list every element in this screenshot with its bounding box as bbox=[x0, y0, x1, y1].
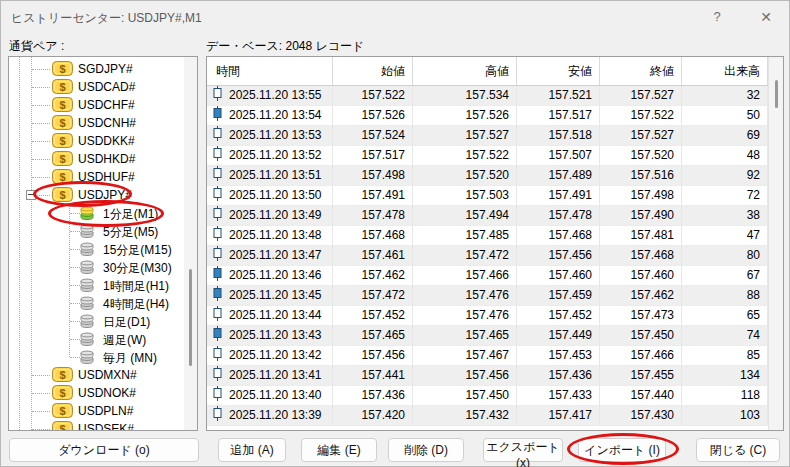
tree-item-usddkk[interactable]: $USDDKK# bbox=[9, 132, 185, 150]
column-header-open: 始値 bbox=[333, 57, 413, 85]
cell-close: 157.527 bbox=[600, 86, 682, 106]
table-row[interactable]: 2025.11.20 13:54157.526157.526157.517157… bbox=[207, 106, 768, 126]
candle-up-icon bbox=[213, 346, 222, 366]
tree-connector-line bbox=[32, 375, 50, 376]
database-icon bbox=[79, 278, 95, 295]
cell-time: 2025.11.20 13:44 bbox=[229, 306, 322, 325]
cell-close: 157.460 bbox=[600, 266, 682, 286]
svg-text:$: $ bbox=[59, 405, 65, 417]
table-scrollbar[interactable] bbox=[768, 57, 783, 430]
cell-close: 157.490 bbox=[600, 206, 682, 226]
tree-item-usdnok[interactable]: $USDNOK# bbox=[9, 384, 185, 402]
import-button[interactable]: インポート (I) bbox=[578, 438, 666, 462]
tree-item-usdhuf[interactable]: $USDHUF# bbox=[9, 168, 185, 186]
tree-item-label: 毎月 (MN) bbox=[103, 350, 157, 367]
table-row[interactable]: 2025.11.20 13:46157.462157.466157.460157… bbox=[207, 266, 768, 286]
tree-item-label: 週足(W) bbox=[103, 332, 146, 349]
tree-item-d1[interactable]: 日足(D1) bbox=[9, 312, 185, 330]
cell-volume: 65 bbox=[682, 306, 768, 326]
cell-open: 157.456 bbox=[333, 346, 413, 366]
cell-open: 157.468 bbox=[333, 226, 413, 246]
cell-close: 157.440 bbox=[600, 386, 682, 406]
table-row[interactable]: 2025.11.20 13:51157.498157.520157.489157… bbox=[207, 166, 768, 186]
cell-close: 157.522 bbox=[600, 106, 682, 126]
table-row[interactable]: 2025.11.20 13:43157.465157.465157.449157… bbox=[207, 326, 768, 346]
table-row[interactable]: 2025.11.20 13:45157.472157.476157.459157… bbox=[207, 286, 768, 306]
table-row[interactable]: 2025.11.20 13:42157.456157.467157.453157… bbox=[207, 346, 768, 366]
tree-item-label: USDHKD# bbox=[78, 152, 135, 166]
cell-open: 157.452 bbox=[333, 306, 413, 326]
tree-item-w[interactable]: 週足(W) bbox=[9, 330, 185, 348]
table-row[interactable]: 2025.11.20 13:39157.420157.432157.417157… bbox=[207, 406, 768, 426]
cell-low: 157.489 bbox=[517, 166, 600, 186]
tree-item-usdsek[interactable]: $USDSEK# bbox=[9, 420, 185, 431]
tree-item-usdchf[interactable]: $USDCHF# bbox=[9, 96, 185, 114]
tree-item-usdcad[interactable]: $USDCAD# bbox=[9, 78, 185, 96]
tree-scrollbar[interactable] bbox=[184, 57, 197, 430]
tree-item-label: SGDJPY# bbox=[78, 62, 133, 76]
tree-item-30m30[interactable]: 30分足(M30) bbox=[9, 258, 185, 276]
tree-item-5m5[interactable]: 5分足(M5) bbox=[9, 222, 185, 240]
cell-high: 157.485 bbox=[413, 226, 517, 246]
currency-pair-icon: $ bbox=[52, 421, 73, 431]
tree-connector-line bbox=[32, 177, 50, 178]
close-icon[interactable]: ✕ bbox=[749, 4, 783, 30]
cell-volume: 72 bbox=[682, 186, 768, 206]
cell-volume: 69 bbox=[682, 126, 768, 146]
close-button[interactable]: 閉じる (C) bbox=[696, 438, 780, 462]
tree-item-usdpln[interactable]: $USDPLN# bbox=[9, 402, 185, 420]
help-button[interactable]: ? bbox=[700, 4, 734, 30]
table-row[interactable]: 2025.11.20 13:41157.441157.456157.436157… bbox=[207, 366, 768, 386]
cell-time: 2025.11.20 13:43 bbox=[229, 326, 322, 345]
tree-item-1h1[interactable]: 1時間足(H1) bbox=[9, 276, 185, 294]
table-row[interactable]: 2025.11.20 13:44157.452157.476157.452157… bbox=[207, 306, 768, 326]
currency-pair-icon: $ bbox=[52, 133, 73, 151]
tree-item-label: USDCHF# bbox=[78, 98, 135, 112]
candle-up-icon bbox=[213, 306, 222, 326]
table-row[interactable]: 2025.11.20 13:52157.517157.522157.507157… bbox=[207, 146, 768, 166]
cell-time: 2025.11.20 13:50 bbox=[229, 186, 322, 205]
tree-scrollbar-thumb[interactable] bbox=[189, 269, 192, 366]
table-row[interactable]: 2025.11.20 13:55157.522157.534157.521157… bbox=[207, 86, 768, 106]
cell-volume: 103 bbox=[682, 406, 768, 426]
tree-item-label: USDMXN# bbox=[78, 368, 137, 382]
expander-minus-icon[interactable] bbox=[26, 190, 36, 200]
cell-low: 157.518 bbox=[517, 126, 600, 146]
tree-item-15m15[interactable]: 15分足(M15) bbox=[9, 240, 185, 258]
add-button[interactable]: 追加 (A) bbox=[218, 438, 286, 462]
currency-pair-icon: $ bbox=[52, 385, 73, 403]
table-row[interactable]: 2025.11.20 13:40157.436157.450157.433157… bbox=[207, 386, 768, 406]
tree-item-1m1[interactable]: 1分足(M1) bbox=[9, 204, 185, 222]
svg-text:$: $ bbox=[59, 171, 65, 183]
edit-button[interactable]: 編集 (E) bbox=[301, 438, 377, 462]
table-row[interactable]: 2025.11.20 13:50157.491157.503157.491157… bbox=[207, 186, 768, 206]
tree-item-usdmxn[interactable]: $USDMXN# bbox=[9, 366, 185, 384]
cell-time: 2025.11.20 13:47 bbox=[229, 246, 322, 265]
column-header-time: 時間 bbox=[207, 57, 333, 85]
tree-item-sgdjpy[interactable]: $SGDJPY# bbox=[9, 60, 185, 78]
table-row[interactable]: 2025.11.20 13:48157.468157.485157.468157… bbox=[207, 226, 768, 246]
candle-down-icon bbox=[213, 106, 222, 126]
tree-item-label: 15分足(M15) bbox=[103, 242, 172, 259]
table-row[interactable]: 2025.11.20 13:53157.524157.527157.518157… bbox=[207, 126, 768, 146]
export-button[interactable]: エクスポート (x) bbox=[483, 438, 563, 462]
table-row[interactable]: 2025.11.20 13:49157.478157.494157.478157… bbox=[207, 206, 768, 226]
database-icon bbox=[79, 296, 95, 313]
svg-text:$: $ bbox=[59, 81, 65, 93]
tree-item-4h4[interactable]: 4時間足(H4) bbox=[9, 294, 185, 312]
table-scrollbar-thumb[interactable] bbox=[775, 80, 778, 108]
tree-item-mn[interactable]: 毎月 (MN) bbox=[9, 348, 185, 366]
tree-item-usdjpy[interactable]: $USDJPY# bbox=[9, 186, 185, 204]
tree-item-usdcnh[interactable]: $USDCNH# bbox=[9, 114, 185, 132]
delete-button[interactable]: 削除 (D) bbox=[388, 438, 464, 462]
table-row[interactable]: 2025.11.20 13:47157.461157.472157.456157… bbox=[207, 246, 768, 266]
window-title: ヒストリーセンター: USDJPY#,M1 bbox=[11, 10, 202, 27]
svg-text:$: $ bbox=[59, 117, 65, 129]
cell-volume: 48 bbox=[682, 146, 768, 166]
database-icon bbox=[79, 260, 95, 277]
tree-item-usdhkd[interactable]: $USDHKD# bbox=[9, 150, 185, 168]
cell-time: 2025.11.20 13:45 bbox=[229, 286, 322, 305]
cell-time: 2025.11.20 13:42 bbox=[229, 346, 322, 365]
cell-time: 2025.11.20 13:52 bbox=[229, 146, 322, 165]
download-button[interactable]: ダウンロード (o) bbox=[9, 438, 199, 462]
